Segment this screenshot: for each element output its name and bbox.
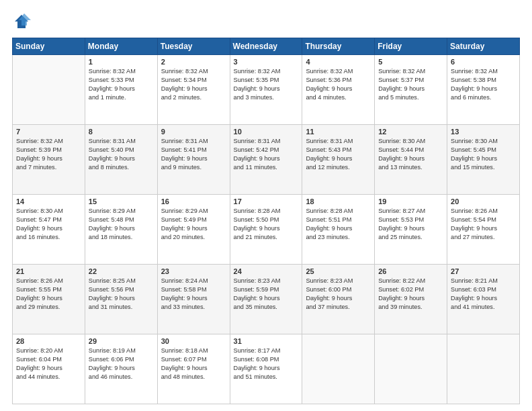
page: SundayMondayTuesdayWednesdayThursdayFrid…: [0, 0, 532, 411]
calendar-cell: 6Sunrise: 8:32 AMSunset: 5:38 PMDaylight…: [447, 55, 520, 125]
day-info: Sunrise: 8:28 AMSunset: 5:51 PMDaylight:…: [306, 207, 371, 242]
calendar-cell: 1Sunrise: 8:32 AMSunset: 5:33 PMDaylight…: [85, 55, 157, 125]
day-info: Sunrise: 8:22 AMSunset: 6:02 PMDaylight:…: [378, 277, 443, 312]
weekday-header-row: SundayMondayTuesdayWednesdayThursdayFrid…: [13, 38, 520, 55]
calendar-cell: 19Sunrise: 8:27 AMSunset: 5:53 PMDayligh…: [375, 195, 447, 265]
day-info: Sunrise: 8:30 AMSunset: 5:45 PMDaylight:…: [451, 137, 516, 172]
weekday-header: Saturday: [447, 38, 520, 55]
calendar-cell: 29Sunrise: 8:19 AMSunset: 6:06 PMDayligh…: [85, 334, 157, 404]
day-number: 31: [234, 337, 299, 345]
calendar-week-row: 28Sunrise: 8:20 AMSunset: 6:04 PMDayligh…: [13, 334, 520, 404]
day-number: 5: [378, 58, 443, 66]
calendar-cell: [302, 334, 375, 404]
day-info: Sunrise: 8:32 AMSunset: 5:36 PMDaylight:…: [306, 67, 371, 102]
calendar-week-row: 7Sunrise: 8:32 AMSunset: 5:39 PMDaylight…: [13, 125, 520, 195]
day-number: 20: [451, 197, 516, 205]
day-number: 8: [89, 128, 154, 136]
calendar-cell: 2Sunrise: 8:32 AMSunset: 5:34 PMDaylight…: [157, 55, 230, 125]
day-info: Sunrise: 8:32 AMSunset: 5:34 PMDaylight:…: [161, 67, 226, 102]
calendar-cell: 8Sunrise: 8:31 AMSunset: 5:40 PMDaylight…: [85, 125, 157, 195]
day-info: Sunrise: 8:30 AMSunset: 5:47 PMDaylight:…: [16, 207, 81, 242]
day-info: Sunrise: 8:19 AMSunset: 6:06 PMDaylight:…: [89, 347, 154, 381]
calendar-cell: [375, 334, 447, 404]
day-info: Sunrise: 8:18 AMSunset: 6:07 PMDaylight:…: [161, 347, 226, 381]
calendar-cell: [13, 55, 85, 125]
day-number: 2: [161, 58, 226, 66]
day-number: 12: [378, 128, 443, 136]
day-number: 3: [234, 58, 299, 66]
day-number: 22: [89, 267, 154, 275]
day-info: Sunrise: 8:20 AMSunset: 6:04 PMDaylight:…: [16, 347, 81, 381]
day-number: 23: [161, 267, 226, 275]
day-info: Sunrise: 8:27 AMSunset: 5:53 PMDaylight:…: [378, 207, 443, 242]
day-info: Sunrise: 8:17 AMSunset: 6:08 PMDaylight:…: [234, 347, 299, 381]
day-number: 29: [89, 337, 154, 345]
day-number: 19: [378, 197, 443, 205]
logo-icon: [12, 12, 31, 31]
day-number: 28: [16, 337, 81, 345]
day-info: Sunrise: 8:32 AMSunset: 5:38 PMDaylight:…: [451, 67, 516, 102]
day-info: Sunrise: 8:26 AMSunset: 5:55 PMDaylight:…: [16, 277, 81, 312]
day-number: 18: [306, 197, 371, 205]
calendar-cell: 13Sunrise: 8:30 AMSunset: 5:45 PMDayligh…: [447, 125, 520, 195]
weekday-header: Thursday: [302, 38, 375, 55]
day-number: 10: [234, 128, 299, 136]
calendar-cell: 20Sunrise: 8:26 AMSunset: 5:54 PMDayligh…: [447, 195, 520, 265]
day-number: 25: [306, 267, 371, 275]
header: [12, 12, 520, 31]
day-info: Sunrise: 8:32 AMSunset: 5:39 PMDaylight:…: [16, 137, 81, 172]
day-number: 17: [234, 197, 299, 205]
day-number: 1: [89, 58, 154, 66]
day-number: 13: [451, 128, 516, 136]
weekday-header: Friday: [375, 38, 447, 55]
day-info: Sunrise: 8:23 AMSunset: 6:00 PMDaylight:…: [306, 277, 371, 312]
calendar-cell: [447, 334, 520, 404]
calendar-cell: 7Sunrise: 8:32 AMSunset: 5:39 PMDaylight…: [13, 125, 85, 195]
weekday-header: Wednesday: [230, 38, 302, 55]
calendar-cell: 9Sunrise: 8:31 AMSunset: 5:41 PMDaylight…: [157, 125, 230, 195]
calendar-cell: 17Sunrise: 8:28 AMSunset: 5:50 PMDayligh…: [230, 195, 302, 265]
day-info: Sunrise: 8:29 AMSunset: 5:49 PMDaylight:…: [161, 207, 226, 242]
day-number: 27: [451, 267, 516, 275]
day-number: 14: [16, 197, 81, 205]
calendar-cell: 11Sunrise: 8:31 AMSunset: 5:43 PMDayligh…: [302, 125, 375, 195]
day-info: Sunrise: 8:31 AMSunset: 5:42 PMDaylight:…: [234, 137, 299, 172]
calendar-cell: 27Sunrise: 8:21 AMSunset: 6:03 PMDayligh…: [447, 265, 520, 334]
calendar-cell: 18Sunrise: 8:28 AMSunset: 5:51 PMDayligh…: [302, 195, 375, 265]
calendar-cell: 24Sunrise: 8:23 AMSunset: 5:59 PMDayligh…: [230, 265, 302, 334]
day-info: Sunrise: 8:31 AMSunset: 5:43 PMDaylight:…: [306, 137, 371, 172]
calendar-cell: 30Sunrise: 8:18 AMSunset: 6:07 PMDayligh…: [157, 334, 230, 404]
calendar-week-row: 14Sunrise: 8:30 AMSunset: 5:47 PMDayligh…: [13, 195, 520, 265]
day-info: Sunrise: 8:31 AMSunset: 5:40 PMDaylight:…: [89, 137, 154, 172]
calendar-cell: 22Sunrise: 8:25 AMSunset: 5:56 PMDayligh…: [85, 265, 157, 334]
day-number: 7: [16, 128, 81, 136]
day-info: Sunrise: 8:32 AMSunset: 5:37 PMDaylight:…: [378, 67, 443, 102]
day-info: Sunrise: 8:26 AMSunset: 5:54 PMDaylight:…: [451, 207, 516, 242]
day-info: Sunrise: 8:21 AMSunset: 6:03 PMDaylight:…: [451, 277, 516, 312]
calendar-cell: 26Sunrise: 8:22 AMSunset: 6:02 PMDayligh…: [375, 265, 447, 334]
calendar-cell: 3Sunrise: 8:32 AMSunset: 5:35 PMDaylight…: [230, 55, 302, 125]
day-info: Sunrise: 8:32 AMSunset: 5:35 PMDaylight:…: [234, 67, 299, 102]
day-number: 11: [306, 128, 371, 136]
calendar-cell: 12Sunrise: 8:30 AMSunset: 5:44 PMDayligh…: [375, 125, 447, 195]
weekday-header: Tuesday: [157, 38, 230, 55]
day-info: Sunrise: 8:31 AMSunset: 5:41 PMDaylight:…: [161, 137, 226, 172]
day-number: 21: [16, 267, 81, 275]
day-number: 16: [161, 197, 226, 205]
day-number: 15: [89, 197, 154, 205]
day-info: Sunrise: 8:23 AMSunset: 5:59 PMDaylight:…: [234, 277, 299, 312]
calendar-cell: 21Sunrise: 8:26 AMSunset: 5:55 PMDayligh…: [13, 265, 85, 334]
day-info: Sunrise: 8:29 AMSunset: 5:48 PMDaylight:…: [89, 207, 154, 242]
day-info: Sunrise: 8:32 AMSunset: 5:33 PMDaylight:…: [89, 67, 154, 102]
day-number: 4: [306, 58, 371, 66]
calendar-table: SundayMondayTuesdayWednesdayThursdayFrid…: [12, 38, 520, 404]
calendar-cell: 31Sunrise: 8:17 AMSunset: 6:08 PMDayligh…: [230, 334, 302, 404]
calendar-cell: 10Sunrise: 8:31 AMSunset: 5:42 PMDayligh…: [230, 125, 302, 195]
day-number: 6: [451, 58, 516, 66]
calendar-cell: 15Sunrise: 8:29 AMSunset: 5:48 PMDayligh…: [85, 195, 157, 265]
calendar-cell: 14Sunrise: 8:30 AMSunset: 5:47 PMDayligh…: [13, 195, 85, 265]
calendar-cell: 25Sunrise: 8:23 AMSunset: 6:00 PMDayligh…: [302, 265, 375, 334]
calendar-cell: 16Sunrise: 8:29 AMSunset: 5:49 PMDayligh…: [157, 195, 230, 265]
weekday-header: Monday: [85, 38, 157, 55]
calendar-week-row: 21Sunrise: 8:26 AMSunset: 5:55 PMDayligh…: [13, 265, 520, 334]
